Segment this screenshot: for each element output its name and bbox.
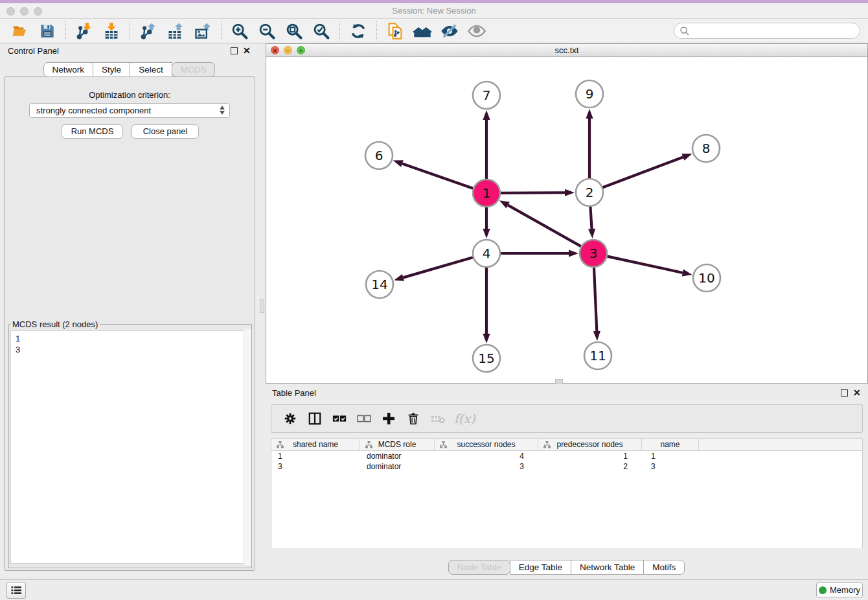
clone-network-icon[interactable] xyxy=(385,21,405,41)
table-cell[interactable]: 3 xyxy=(435,461,538,472)
network-close-icon[interactable]: ✕ xyxy=(271,46,279,54)
deselect-all-checkboxes-icon[interactable] xyxy=(356,410,372,427)
column-layout-icon[interactable] xyxy=(306,410,323,427)
tab-edge-table[interactable]: Edge Table xyxy=(510,560,571,575)
graph-node-7[interactable]: 7 xyxy=(473,82,500,109)
graph-node-9[interactable]: 9 xyxy=(576,80,603,108)
run-mcds-button[interactable]: Run MCDS xyxy=(62,124,123,139)
tree-icon xyxy=(440,441,447,448)
select-all-checkboxes-icon[interactable] xyxy=(331,410,348,427)
column-header-successor-nodes[interactable]: successor nodes xyxy=(435,439,538,450)
graph-node-10[interactable]: 10 xyxy=(693,264,720,292)
table-cell[interactable]: 1 xyxy=(271,451,360,461)
delete-table-icon[interactable] xyxy=(429,410,446,427)
control-panel-float-icon[interactable] xyxy=(231,47,238,54)
export-image-icon[interactable] xyxy=(193,21,212,41)
refresh-icon[interactable] xyxy=(348,21,368,41)
graph-edge-3-11[interactable] xyxy=(593,268,600,341)
table-row[interactable]: 1dominator411 xyxy=(271,451,862,461)
table-cell[interactable]: 4 xyxy=(435,451,538,461)
memory-button[interactable]: Memory xyxy=(816,583,863,597)
graph-node-15[interactable]: 15 xyxy=(473,345,500,372)
tab-network-table[interactable]: Network Table xyxy=(571,560,644,575)
graph-edge-2-9[interactable] xyxy=(586,109,593,178)
column-header-mcds-role[interactable]: MCDS role xyxy=(360,439,435,450)
zoom-selected-icon[interactable] xyxy=(312,21,331,41)
export-table-icon[interactable] xyxy=(166,21,185,41)
graph-node-3[interactable]: 3 xyxy=(580,240,607,267)
svg-text:4: 4 xyxy=(483,246,491,261)
zoom-in-icon[interactable] xyxy=(230,21,249,41)
zoom-fit-icon[interactable] xyxy=(284,21,304,41)
graph-edge-1-7[interactable] xyxy=(483,110,490,179)
table-settings-gear-icon[interactable] xyxy=(282,410,299,427)
graph-node-14[interactable]: 14 xyxy=(366,271,393,298)
tab-mcds[interactable]: MCDS xyxy=(172,62,216,77)
search-input[interactable] xyxy=(690,25,860,38)
table-panel-close-icon[interactable]: ✕ xyxy=(853,389,861,397)
graph-edge-2-3[interactable] xyxy=(588,207,595,238)
graph-node-1[interactable]: 1 xyxy=(473,179,500,207)
show-all-icon[interactable] xyxy=(467,21,486,41)
graph-node-6[interactable]: 6 xyxy=(365,142,393,169)
network-window-titlebar[interactable]: ✕ − + scc.txt xyxy=(266,44,867,57)
delete-column-trash-icon[interactable] xyxy=(405,410,422,427)
table-cell[interactable]: 3 xyxy=(642,461,699,472)
graph-edge-2-8[interactable] xyxy=(603,154,692,187)
table-row[interactable]: 3dominator323 xyxy=(271,461,862,472)
network-minimize-icon[interactable]: − xyxy=(284,46,292,54)
horizontal-splitter-grip[interactable] xyxy=(555,379,563,384)
network-maximize-icon[interactable]: + xyxy=(297,46,305,54)
open-session-icon[interactable] xyxy=(10,21,30,41)
table-cell[interactable]: 2 xyxy=(538,461,642,472)
hide-selected-icon[interactable] xyxy=(440,21,459,41)
import-network-icon[interactable] xyxy=(74,21,94,41)
window-title: Session: New Session xyxy=(0,3,868,18)
graph-edge-1-6[interactable] xyxy=(393,160,474,188)
table-panel-float-icon[interactable] xyxy=(841,389,848,397)
table-cell[interactable]: dominator xyxy=(360,451,435,461)
tab-style[interactable]: Style xyxy=(93,62,130,77)
table-cell[interactable]: 1 xyxy=(538,451,642,461)
window-close-button[interactable] xyxy=(6,7,15,16)
graph-edge-1-4[interactable] xyxy=(483,207,490,238)
tab-select[interactable]: Select xyxy=(130,62,172,77)
table-cell[interactable]: dominator xyxy=(360,461,435,472)
criterion-select[interactable]: strongly connected component xyxy=(29,103,230,118)
result-scrollbar[interactable] xyxy=(244,329,251,565)
tab-network[interactable]: Network xyxy=(43,62,94,77)
control-panel-close-icon[interactable]: ✕ xyxy=(243,47,251,54)
mcds-result-text[interactable]: 13 xyxy=(10,330,250,564)
zoom-out-icon[interactable] xyxy=(257,21,277,41)
column-header-shared-name[interactable]: shared name xyxy=(271,439,360,450)
first-neighbors-icon[interactable] xyxy=(413,21,432,41)
add-column-icon[interactable] xyxy=(380,410,397,427)
vertical-splitter-grip[interactable] xyxy=(260,299,264,313)
graph-node-11[interactable]: 11 xyxy=(584,342,611,369)
import-table-icon[interactable] xyxy=(102,21,121,41)
function-builder-icon[interactable]: f(x) xyxy=(454,411,475,426)
save-session-icon[interactable] xyxy=(38,21,57,41)
table-cell[interactable]: 3 xyxy=(271,461,360,472)
column-header-name[interactable]: name xyxy=(642,439,699,450)
window-minimize-button[interactable] xyxy=(20,7,29,16)
tab-motifs[interactable]: Motifs xyxy=(643,560,685,575)
graph-edge-3-1[interactable] xyxy=(499,200,581,246)
task-history-button[interactable] xyxy=(6,582,26,599)
close-panel-button[interactable]: Close panel xyxy=(131,124,199,139)
window-zoom-button[interactable] xyxy=(34,7,42,16)
graph-node-2[interactable]: 2 xyxy=(576,179,603,206)
graph-node-4[interactable]: 4 xyxy=(473,240,500,267)
graph-edge-4-14[interactable] xyxy=(394,257,473,281)
graph-edge-3-10[interactable] xyxy=(607,257,692,277)
svg-text:11: 11 xyxy=(589,348,606,363)
graph-node-8[interactable]: 8 xyxy=(692,135,720,162)
tab-node-table[interactable]: Node Table xyxy=(448,560,510,575)
export-network-icon[interactable] xyxy=(139,21,158,41)
graph-edge-4-15[interactable] xyxy=(483,268,490,343)
column-header-predecessor-nodes[interactable]: predecessor nodes xyxy=(538,439,642,450)
graph-edge-1-2[interactable] xyxy=(501,189,575,196)
graph-edge-4-3[interactable] xyxy=(501,249,578,257)
network-canvas[interactable]: 7968124314101511 xyxy=(266,57,867,383)
table-cell[interactable]: 1 xyxy=(642,451,699,461)
